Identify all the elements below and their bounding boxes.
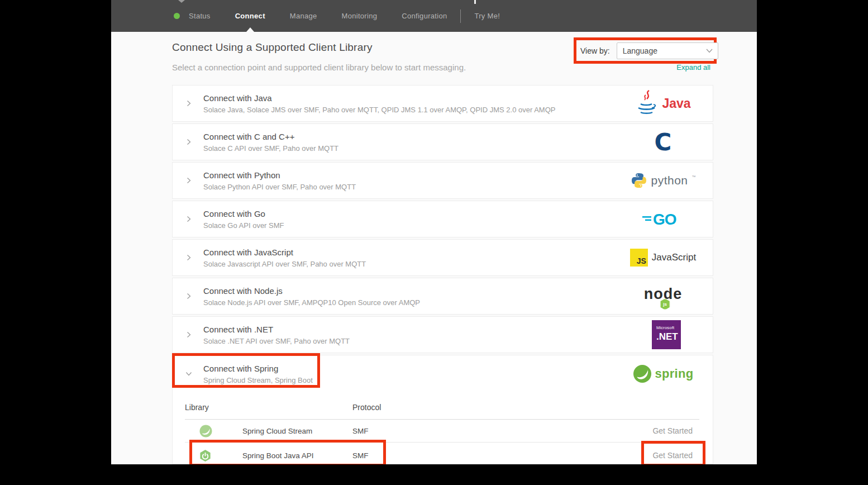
view-by-select[interactable]: Language bbox=[617, 42, 718, 59]
get-started-link[interactable]: Get Started bbox=[652, 426, 693, 435]
javascript-logo-text: JavaScript bbox=[652, 252, 696, 263]
java-cup-icon bbox=[635, 89, 659, 117]
list-item-dotnet[interactable]: Connect with .NET Solace .NET API over S… bbox=[172, 316, 713, 353]
list-item-java[interactable]: Connect with Java Solace Java, Solace JM… bbox=[172, 85, 713, 122]
java-logo-icon: Java bbox=[627, 89, 699, 117]
page-subtitle: Select a connection point and supported … bbox=[172, 63, 466, 72]
tab-try-me[interactable]: Try Me! bbox=[474, 0, 500, 32]
python-logo-text: python bbox=[651, 174, 688, 187]
library-subtitle: Solace .NET API over SMF, Paho over MQTT bbox=[203, 337, 350, 345]
row-protocol: SMF bbox=[352, 451, 652, 460]
list-item-spring: Connect with Spring Spring Cloud Stream,… bbox=[172, 355, 713, 464]
spring-card-header[interactable]: Connect with Spring Spring Cloud Stream,… bbox=[173, 355, 713, 392]
chevron-right-icon[interactable] bbox=[185, 292, 193, 300]
spring-boot-icon bbox=[199, 449, 242, 462]
library-title: Connect with Spring bbox=[203, 364, 313, 373]
tab-connect[interactable]: Connect bbox=[235, 0, 265, 32]
spring-cloud-icon bbox=[199, 424, 242, 438]
view-by-label: View by: bbox=[580, 46, 610, 55]
c-logo-icon: C bbox=[627, 129, 699, 156]
chevron-right-icon[interactable] bbox=[185, 254, 193, 261]
tab-configuration-label: Configuration bbox=[402, 12, 447, 20]
c-logo-text: C bbox=[655, 129, 672, 156]
tab-connect-label: Connect bbox=[235, 12, 265, 20]
spring-leaf-icon bbox=[632, 364, 652, 384]
library-subtitle: Spring Cloud Stream, Spring Boot bbox=[203, 376, 313, 384]
list-item-c[interactable]: Connect with C and C++ Solace C API over… bbox=[172, 123, 713, 160]
go-logo-icon: GO bbox=[627, 210, 699, 228]
go-glyph-icon: GO bbox=[641, 210, 685, 228]
tab-monitoring-label: Monitoring bbox=[342, 12, 378, 20]
view-by-selected-value: Language bbox=[623, 46, 657, 55]
page-title: Connect Using a Supported Client Library bbox=[172, 41, 373, 54]
status-dot-icon bbox=[174, 13, 180, 19]
python-glyph-icon bbox=[631, 172, 647, 189]
tab-status-label: Status bbox=[189, 12, 211, 20]
library-subtitle: Solace Python API over SMF, Paho over MQ… bbox=[203, 183, 356, 191]
tab-manage-label: Manage bbox=[290, 12, 317, 20]
tab-try-me-label: Try Me! bbox=[474, 12, 500, 20]
library-title: Connect with Java bbox=[203, 93, 555, 103]
table-row-spring-boot-java-api[interactable]: Spring Boot Java API SMF Get Started bbox=[173, 443, 713, 464]
library-title: Connect with Go bbox=[203, 209, 284, 218]
column-header-protocol: Protocol bbox=[352, 403, 699, 412]
python-logo-icon: python™ bbox=[627, 172, 699, 189]
tab-monitoring[interactable]: Monitoring bbox=[342, 0, 378, 32]
library-subtitle: Solace C API over SMF, Paho over MQTT bbox=[203, 144, 338, 153]
library-title: Connect with .NET bbox=[203, 325, 350, 334]
java-logo-text: Java bbox=[662, 96, 690, 111]
table-row-spring-cloud-stream[interactable]: Spring Cloud Stream SMF Get Started bbox=[173, 420, 713, 442]
app-window: Status Connect Manage Monitoring Configu… bbox=[111, 0, 757, 464]
tab-configuration[interactable]: Configuration bbox=[402, 0, 447, 32]
list-item-javascript[interactable]: Connect with JavaScript Solace Javascrip… bbox=[172, 239, 713, 276]
list-item-nodejs[interactable]: Connect with Node.js Solace Node.js API … bbox=[172, 278, 713, 315]
annotation-box-view-by: View by: Language bbox=[574, 37, 717, 64]
nodejs-logo-icon: node js bbox=[627, 286, 699, 303]
expand-all-link[interactable]: Expand all bbox=[676, 63, 710, 72]
list-item-go[interactable]: Connect with Go Solace Go API over SMF G… bbox=[172, 201, 713, 237]
svg-text:GO: GO bbox=[653, 211, 676, 228]
row-protocol: SMF bbox=[352, 427, 652, 435]
tab-manage[interactable]: Manage bbox=[290, 0, 317, 32]
spring-logo-icon: spring bbox=[627, 364, 699, 384]
microsoft-logo-text: Microsoft bbox=[656, 325, 681, 330]
row-library-name: Spring Cloud Stream bbox=[242, 427, 352, 435]
column-header-library: Library bbox=[185, 403, 352, 412]
library-subtitle: Solace Node.js API over SMF, AMPQP10 Ope… bbox=[203, 298, 420, 307]
library-subtitle: Solace Java, Solace JMS over SMF, Paho o… bbox=[203, 106, 555, 114]
client-library-list: Connect with Java Solace Java, Solace JM… bbox=[172, 85, 713, 464]
chevron-right-icon[interactable] bbox=[185, 177, 193, 184]
chevron-right-icon[interactable] bbox=[185, 331, 193, 339]
chevron-down-icon[interactable] bbox=[185, 370, 193, 378]
get-started-link[interactable]: Get Started bbox=[652, 451, 693, 460]
library-title: Connect with Node.js bbox=[203, 286, 420, 296]
trademark-mark: ™ bbox=[692, 175, 696, 179]
library-subtitle: Solace Javascript API over SMF, Paho ove… bbox=[203, 260, 366, 268]
library-subtitle: Solace Go API over SMF bbox=[203, 221, 284, 230]
library-title: Connect with C and C++ bbox=[203, 132, 338, 141]
javascript-logo-icon: JS JavaScript bbox=[627, 249, 699, 267]
chevron-right-icon[interactable] bbox=[185, 99, 193, 107]
js-badge-icon: JS bbox=[630, 249, 648, 267]
top-navbar: Status Connect Manage Monitoring Configu… bbox=[111, 0, 757, 32]
dotnet-logo-text: .NET bbox=[656, 331, 681, 343]
library-title: Connect with Python bbox=[203, 170, 356, 180]
row-library-name: Spring Boot Java API bbox=[242, 451, 352, 460]
chevron-right-icon[interactable] bbox=[185, 215, 193, 223]
chevron-down-icon bbox=[706, 49, 713, 53]
chevron-right-icon[interactable] bbox=[185, 138, 193, 146]
list-item-python[interactable]: Connect with Python Solace Python API ov… bbox=[172, 162, 713, 199]
library-title: Connect with JavaScript bbox=[203, 248, 366, 257]
dotnet-logo-icon: Microsoft .NET bbox=[650, 320, 683, 349]
spring-logo-text: spring bbox=[655, 367, 693, 381]
nav-divider bbox=[460, 9, 461, 23]
tab-status[interactable]: Status bbox=[174, 0, 211, 32]
